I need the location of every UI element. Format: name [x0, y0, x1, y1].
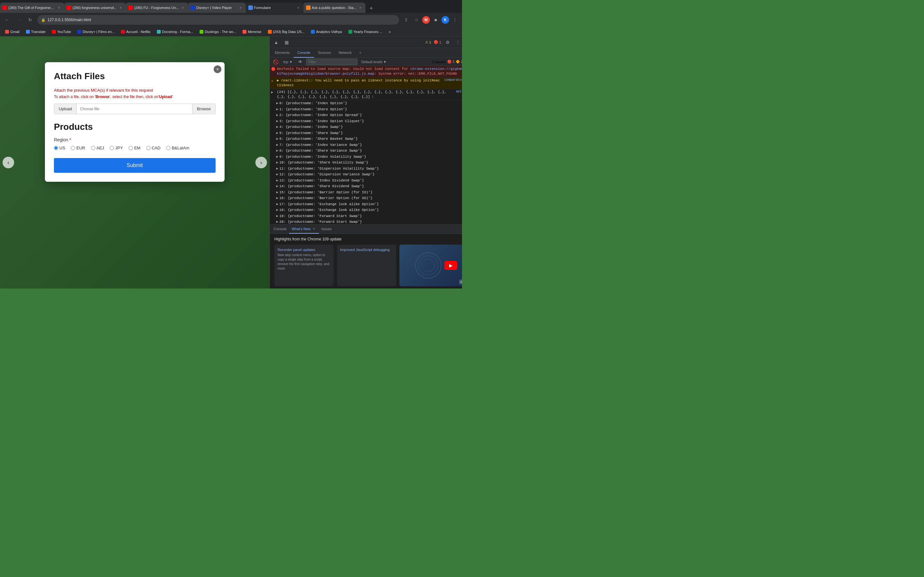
tab-elements[interactable]: Elements: [271, 48, 294, 58]
update-card-js-title[interactable]: Improved JavaScript debugging: [340, 248, 393, 251]
tab-close-2[interactable]: ×: [118, 5, 123, 10]
bookmark-duolingo[interactable]: Duolingo - The wo...: [197, 29, 239, 34]
device-toggle-button[interactable]: ▦: [283, 39, 290, 46]
default-levels-selector[interactable]: Default levels ▼: [359, 59, 389, 64]
tree-arrow[interactable]: ▶: [276, 124, 278, 130]
tree-arrow[interactable]: ▶: [276, 172, 278, 177]
back-button[interactable]: ←: [3, 15, 11, 24]
warning-source-1[interactable]: comparator.js:2: [444, 78, 462, 82]
tab-youtube-1[interactable]: (280) The Gift of Forgiveness... ×: [0, 3, 64, 13]
tree-arrow[interactable]: ▶: [276, 136, 278, 142]
tree-arrow[interactable]: ▶: [276, 119, 278, 124]
region-em[interactable]: EM: [129, 145, 141, 150]
tree-arrow-main[interactable]: ▶: [271, 90, 276, 94]
tab-more[interactable]: »: [355, 48, 365, 58]
bookmark-bigdata[interactable]: (243) Big Data 1/5...: [265, 29, 307, 34]
tree-arrow[interactable]: ▶: [276, 213, 278, 219]
tab-youtube-2[interactable]: (280) forgiveness universit... ×: [64, 3, 126, 13]
tree-arrow[interactable]: ▶: [276, 190, 278, 195]
tab-close-5[interactable]: ×: [296, 5, 301, 10]
radio-us[interactable]: [54, 146, 58, 150]
bottom-tab-console[interactable]: Console: [271, 225, 289, 234]
bookmark-youtube[interactable]: YouTube: [49, 29, 73, 34]
settings-button[interactable]: ⚙: [444, 39, 451, 46]
tab-youtube-3[interactable]: (280) FU - Forgiveness Un... ×: [126, 3, 188, 13]
tab-formulaire[interactable]: Formulaire ×: [246, 3, 304, 13]
radio-cad[interactable]: [146, 146, 150, 150]
region-us[interactable]: US: [54, 145, 65, 150]
tab-close-4[interactable]: ×: [238, 5, 243, 10]
extensions-button[interactable]: ■: [431, 15, 440, 24]
browse-button[interactable]: Browse: [192, 104, 215, 114]
reload-button[interactable]: ↻: [26, 15, 35, 24]
menu-button[interactable]: ⋮: [451, 15, 459, 24]
clear-console-button[interactable]: 🚫: [272, 58, 279, 66]
radio-jpy[interactable]: [110, 146, 114, 150]
bookmark-translate[interactable]: Translate: [23, 29, 48, 34]
new-tab-button[interactable]: +: [367, 4, 376, 13]
tree-arrow[interactable]: ▶: [276, 184, 278, 189]
file-input[interactable]: [77, 104, 192, 114]
region-cad[interactable]: CAD: [146, 145, 160, 150]
log-source-1[interactable]: api.js:51: [456, 90, 462, 93]
modal-close-button[interactable]: ×: [214, 65, 221, 73]
tree-arrow[interactable]: ▶: [276, 207, 278, 213]
profile-button[interactable]: K: [441, 16, 449, 24]
bookmark-gmail[interactable]: Gmail: [3, 29, 22, 34]
bottom-tab-issues[interactable]: Issues: [319, 225, 334, 234]
forward-button[interactable]: →: [14, 15, 23, 24]
tree-arrow[interactable]: ▶: [276, 178, 278, 183]
tab-disney[interactable]: Disney+ | Video Player ×: [188, 3, 246, 13]
region-blatam[interactable]: B&LatAm: [166, 145, 189, 150]
tree-arrow[interactable]: ▶: [276, 160, 278, 165]
radio-eur[interactable]: [71, 146, 75, 150]
bookmark-more[interactable]: »: [386, 29, 393, 34]
bookmark-memrise[interactable]: Memrise: [240, 29, 264, 34]
tab-network[interactable]: Network: [335, 48, 355, 58]
more-tools-button[interactable]: ⋮: [454, 39, 462, 46]
bookmark-analytics[interactable]: Analytics Vidhya: [309, 29, 344, 34]
bookmark-finances[interactable]: Yearly Finances ...: [346, 29, 385, 34]
tree-arrow[interactable]: ▶: [276, 166, 278, 171]
bookmark-button[interactable]: ☆: [412, 15, 421, 24]
google-account-btn[interactable]: M: [422, 16, 430, 24]
eye-filter-button[interactable]: 👁: [296, 58, 304, 66]
inspect-element-button[interactable]: ▲: [272, 39, 280, 46]
tree-arrow[interactable]: ▶: [276, 142, 278, 148]
tree-arrow[interactable]: ▶: [276, 148, 278, 153]
bottom-tab-whatsnew[interactable]: What's New ×: [289, 225, 318, 234]
share-button[interactable]: ⇧: [402, 15, 411, 24]
error-link-1[interactable]: chrome-extension://gighmmpiobklfepjocnam…: [277, 67, 462, 76]
tab-sources[interactable]: Sources: [314, 48, 334, 58]
radio-blatam[interactable]: [166, 146, 170, 150]
bottom-tab-whatsnew-close[interactable]: ×: [312, 227, 317, 231]
tab-close-1[interactable]: ×: [57, 5, 61, 10]
tree-arrow[interactable]: ▶: [276, 219, 278, 224]
update-card-recorder-title[interactable]: Recorder panel updates: [278, 248, 330, 251]
address-bar[interactable]: 🔒 127.0.0.1:5500/main.html: [37, 15, 399, 25]
top-context-selector[interactable]: top ▼: [281, 59, 294, 64]
update-video-thumbnail[interactable]: ▶ new: [399, 245, 462, 286]
issues-count-badge[interactable]: 3 Issues: 🔴 1 🔶 2: [432, 60, 462, 64]
submit-button[interactable]: Submit: [54, 158, 216, 173]
tab-stackoverflow[interactable]: Ask a public question - Sta... ×: [304, 3, 365, 13]
console-filter-input[interactable]: [306, 59, 357, 65]
region-eur[interactable]: EUR: [71, 145, 85, 150]
tab-close-6[interactable]: ×: [358, 5, 363, 10]
region-aej[interactable]: AEJ: [91, 145, 104, 150]
radio-aej[interactable]: [91, 146, 95, 150]
bookmark-disney[interactable]: Disney+ | Films en...: [75, 29, 117, 34]
console-content[interactable]: 🔴 DevTools failed to load source map: Co…: [270, 66, 462, 224]
tree-arrow[interactable]: ▶: [276, 113, 278, 118]
radio-em[interactable]: [129, 146, 133, 150]
bookmark-docstring[interactable]: Docstring - Forma...: [154, 29, 196, 34]
tree-arrow[interactable]: ▶: [276, 101, 278, 106]
tree-arrow[interactable]: ▶: [276, 154, 278, 160]
tree-arrow[interactable]: ▶: [276, 201, 278, 207]
tree-arrow[interactable]: ▶: [276, 195, 278, 201]
tree-arrow[interactable]: ▶: [276, 107, 278, 112]
carousel-next-button[interactable]: ›: [255, 157, 267, 168]
tab-close-3[interactable]: ×: [180, 5, 186, 10]
youtube-play-button[interactable]: ▶: [444, 261, 457, 270]
region-jpy[interactable]: JPY: [110, 145, 123, 150]
